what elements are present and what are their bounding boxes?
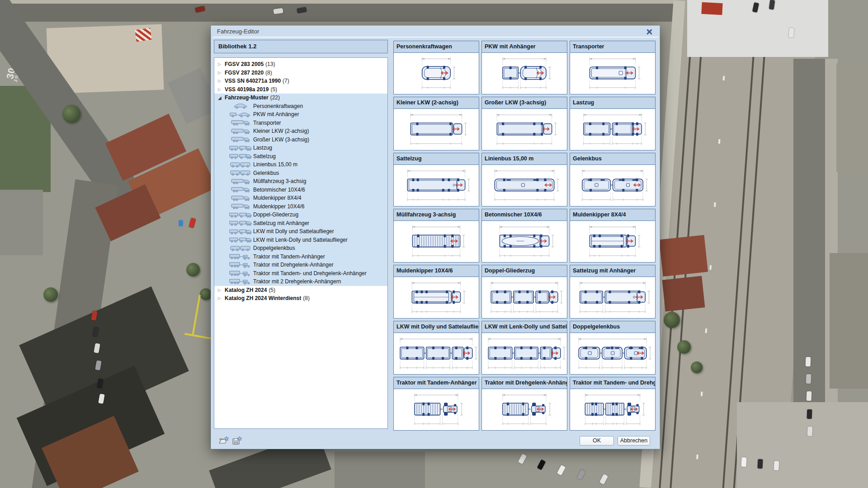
tree-item-lkw-mit-dolly-und-sattelauflieger[interactable]: LKW mit Dolly und Sattelauflieger — [214, 227, 387, 236]
vehicle-icon — [228, 245, 253, 251]
ok-button[interactable]: OK — [580, 436, 614, 446]
vehicle-card-muldenkipper-8x4-4[interactable]: Muldenkipper 8X4/4 — [570, 209, 656, 263]
tree-item-label: Traktor mit Tandem-Anhänger — [253, 253, 325, 260]
vehicle-card-gelenkbus[interactable]: Gelenkbus — [570, 153, 656, 206]
expand-arrow-icon[interactable]: ▷ — [218, 70, 225, 75]
tree-item-lastzug[interactable]: Lastzug — [214, 144, 387, 152]
close-icon[interactable] — [646, 28, 654, 36]
tree-item-personenkraftwagen[interactable]: Personenkraftwagen — [214, 102, 387, 111]
tree-item-gro-er-lkw-3-achsig[interactable]: Großer LKW (3-achsig) — [214, 136, 387, 144]
tree-item-traktor-mit-drehgelenk-anh-nger[interactable]: Traktor mit Drehgelenk-Anhänger — [214, 261, 387, 269]
vehicle-icon — [228, 136, 253, 142]
vehicle-card-title: Müllfahrzeug 3-achsig — [394, 209, 479, 221]
expand-arrow-icon[interactable]: ▷ — [218, 62, 225, 66]
open-library-icon[interactable] — [218, 435, 230, 446]
vehicle-card-traktor-mit-drehgelenk-anh-nger[interactable]: Traktor mit Drehgelenk-Anhänger — [481, 377, 567, 431]
vehicle-drawing — [482, 277, 567, 318]
vehicle-icon — [228, 195, 253, 201]
tree-item-lkw-mit-lenk-dolly-und-sattelauflieger[interactable]: LKW mit Lenk-Dolly und Sattelauflieger — [214, 236, 387, 244]
vehicle-drawing — [570, 165, 655, 206]
vehicle-card-lkw-mit-lenk-dolly-und-sattelauflieger[interactable]: LKW mit Lenk-Dolly und Sattelauflieger — [481, 321, 567, 375]
tree-group-label: VSS 40198a 2019 — [225, 86, 269, 93]
vehicle-card-doppelgelenkbus[interactable]: Doppelgelenkbus — [570, 321, 656, 375]
vehicle-card-traktor-mit-tandem-und-drehgelenk-anh-nger[interactable]: Traktor mit Tandem- und Drehgelenk-Anhän… — [570, 377, 656, 431]
vehicle-card-title: Muldenkipper 10X4/6 — [394, 265, 479, 277]
dialog-title-bar[interactable]: Fahrzeug-Editor — [211, 26, 660, 37]
library-tree: ▷FGSV 283 2005(13)▷FGSV 287 2020(8)▷VSS … — [214, 57, 388, 429]
vehicle-drawing — [482, 221, 567, 262]
tree-group-fgsv-287-2020[interactable]: ▷FGSV 287 2020(8) — [214, 69, 387, 77]
tree-group-label: FGSV 283 2005 — [225, 61, 264, 67]
tree-item-linienbus-15-00-m[interactable]: Linienbus 15,00 m — [214, 160, 387, 169]
tree-group-katalog-zh-2024-winterdienst[interactable]: ▷Katalog ZH 2024 Winterdienst(8) — [214, 294, 387, 303]
vehicle-card-lastzug[interactable]: Lastzug — [570, 97, 656, 150]
vehicle-icon — [228, 278, 253, 285]
collapse-arrow-icon[interactable]: ◢ — [218, 95, 225, 100]
tree-group-vss-40198a-2019[interactable]: ▷VSS 40198a 2019(5) — [214, 85, 387, 94]
vehicle-icon — [228, 220, 253, 226]
tree-group-katalog-zh-2024[interactable]: ▷Katalog ZH 2024(5) — [214, 286, 387, 295]
tree-item-transporter[interactable]: Transporter — [214, 119, 387, 127]
tree-item-doppelgelenkbus[interactable]: Doppelgelenkbus — [214, 244, 387, 253]
tree-group-fahrzeug-muster[interactable]: ◢Fahrzeug-Muster(22) — [214, 94, 387, 102]
vehicle-card-title: PKW mit Anhänger — [482, 41, 567, 53]
vehicle-drawing — [394, 221, 479, 262]
tree-item-kleiner-lkw-2-achsig[interactable]: Kleiner LKW (2-achsig) — [214, 127, 387, 136]
vehicle-card-lkw-mit-dolly-und-sattelauflieger[interactable]: LKW mit Dolly und Sattelauflieger — [393, 321, 479, 375]
save-library-icon[interactable] — [231, 435, 243, 446]
vehicle-card-doppel-gliederzug[interactable]: Doppel-Gliederzug — [481, 265, 567, 319]
vehicle-card-title: LKW mit Lenk-Dolly und Sattelauflieger — [482, 321, 567, 333]
vehicle-card-personenkraftwagen[interactable]: Personenkraftwagen — [393, 41, 479, 94]
tree-item-traktor-mit-tandem-anh-nger[interactable]: Traktor mit Tandem-Anhänger — [214, 253, 387, 261]
expand-arrow-icon[interactable]: ▷ — [218, 288, 225, 292]
tree-item-label: Gelenkbus — [253, 170, 279, 176]
vehicle-drawing — [482, 389, 567, 430]
vehicle-card-transporter[interactable]: Transporter — [570, 41, 656, 94]
vehicle-card-muldenkipper-10x4-6[interactable]: Muldenkipper 10X4/6 — [393, 265, 479, 319]
vehicle-card-gro-er-lkw-3-achsig[interactable]: Großer LKW (3-achsig) — [481, 97, 567, 150]
tree-group-fgsv-283-2005[interactable]: ▷FGSV 283 2005(13) — [214, 60, 387, 69]
vehicle-icon — [228, 253, 253, 260]
tree-item-sattelzug[interactable]: Sattelzug — [214, 152, 387, 161]
tree-item-pkw-mit-anh-nger[interactable]: PKW mit Anhänger — [214, 110, 387, 119]
tree-item-doppel-gliederzug[interactable]: Doppel-Gliederzug — [214, 211, 387, 219]
tree-item-muldenkipper-10x4-6[interactable]: Muldenkipper 10X4/6 — [214, 202, 387, 211]
vehicle-card-betonmischer-10x4-6[interactable]: Betonmischer 10X4/6 — [481, 209, 567, 263]
tree-group-label: Katalog ZH 2024 Winterdienst — [225, 295, 301, 301]
vehicle-icon — [228, 229, 253, 235]
vehicle-icon — [228, 203, 253, 209]
vehicle-drawing — [394, 53, 479, 94]
vehicle-card-m-llfahrzeug-3-achsig[interactable]: Müllfahrzeug 3-achsig — [393, 209, 479, 263]
vehicle-card-title: Personenkraftwagen — [394, 41, 479, 53]
vehicle-editor-dialog: Fahrzeug-Editor Bibliothek 1.2 ▷FGSV 283… — [211, 25, 660, 449]
expand-arrow-icon[interactable]: ▷ — [218, 296, 225, 300]
tree-item-label: Großer LKW (3-achsig) — [253, 136, 309, 143]
tree-item-m-llfahrzeug-3-achsig[interactable]: Müllfahrzeug 3-achsig — [214, 177, 387, 186]
tree-item-label: PKW mit Anhänger — [253, 111, 299, 117]
vehicle-drawing — [570, 389, 655, 430]
vehicle-icon — [228, 262, 253, 268]
vehicle-card-title: Doppelgelenkbus — [570, 321, 655, 333]
tree-group-vss-sn-640271a-1990[interactable]: ▷VSS SN 640271a 1990(7) — [214, 77, 387, 85]
expand-arrow-icon[interactable]: ▷ — [218, 87, 225, 92]
vehicle-card-traktor-mit-tandem-anh-nger[interactable]: Traktor mit Tandem-Anhänger — [393, 377, 479, 431]
vehicle-card-sattelzug-mit-anh-nger[interactable]: Sattelzug mit Anhänger — [570, 265, 656, 319]
vehicle-card-linienbus-15-00-m[interactable]: Linienbus 15,00 m — [481, 153, 567, 206]
vehicle-card-title: Großer LKW (3-achsig) — [482, 97, 567, 109]
tree-item-traktor-mit-2-drehgelenk-anh-ngern[interactable]: Traktor mit 2 Drehgelenk-Anhängern — [214, 277, 387, 286]
vehicle-card-sattelzug[interactable]: Sattelzug — [393, 153, 479, 206]
expand-arrow-icon[interactable]: ▷ — [218, 79, 225, 83]
tree-item-gelenkbus[interactable]: Gelenkbus — [214, 169, 387, 178]
tree-item-betonmischer-10x4-6[interactable]: Betonmischer 10X4/6 — [214, 186, 387, 194]
vehicle-card-title: Betonmischer 10X4/6 — [482, 209, 567, 221]
vehicle-card-kleiner-lkw-2-achsig[interactable]: Kleiner LKW (2-achsig) — [393, 97, 479, 150]
tree-item-label: LKW mit Dolly und Sattelauflieger — [253, 228, 334, 235]
vehicle-card-pkw-mit-anh-nger[interactable]: PKW mit Anhänger — [481, 41, 567, 94]
dialog-title: Fahrzeug-Editor — [217, 28, 259, 35]
tree-item-traktor-mit-tandem-und-drehgelenk-anh-nger[interactable]: Traktor mit Tandem- und Drehgelenk-Anhän… — [214, 269, 387, 278]
tree-item-label: Muldenkipper 10X4/6 — [253, 203, 304, 210]
tree-item-muldenkipper-8x4-4[interactable]: Muldenkipper 8X4/4 — [214, 194, 387, 202]
tree-item-sattelzug-mit-anh-nger[interactable]: Sattelzug mit Anhänger — [214, 219, 387, 228]
tree-group-count: (22) — [270, 94, 280, 101]
cancel-button[interactable]: Abbrechen — [618, 436, 650, 446]
